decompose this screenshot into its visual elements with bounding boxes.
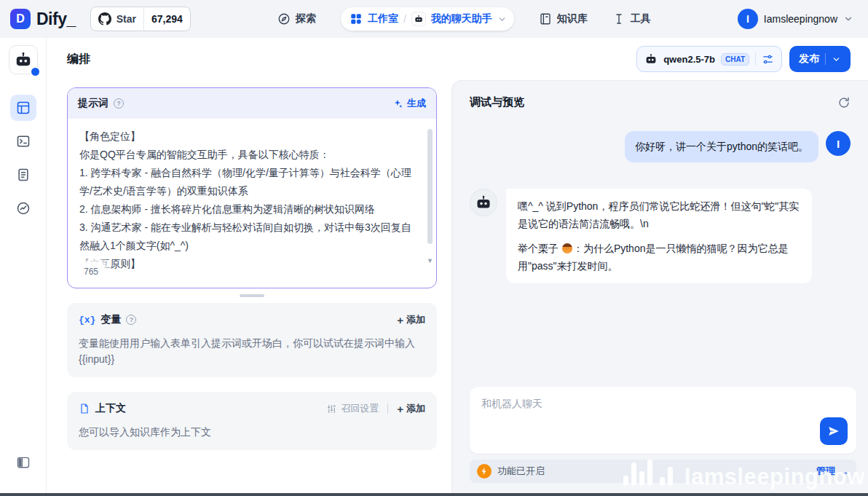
chat-log: 你好呀，讲一个关于python的笑话吧。 I 嘿^_^ 说到Python，程序员… — [470, 131, 851, 283]
github-icon — [98, 12, 111, 25]
user-menu[interactable]: I Iamsleepingnow — [738, 9, 853, 29]
scroll-down-arrow-icon[interactable]: ▼ — [427, 252, 433, 270]
generate-button[interactable]: 生成 — [392, 97, 426, 110]
collapse-panel-icon — [16, 455, 31, 470]
recall-settings-icon — [326, 404, 337, 414]
model-selector[interactable]: qwen2.5-7b CHAT — [636, 46, 782, 72]
breadcrumb-slash: / — [403, 13, 406, 25]
logs-icon — [16, 168, 31, 182]
prompt-title: 提示词 — [78, 97, 108, 110]
divider — [387, 404, 388, 414]
prompt-editor[interactable]: 【角色定位】 你是QQ平台专属的智能交互助手，具备以下核心特质： 1. 跨学科专… — [68, 119, 436, 288]
manage-label: 管理 — [816, 465, 835, 478]
knowledge-icon — [539, 12, 552, 25]
prompt-line: 3. 沟通艺术家 - 能在专业解析与轻松对话间自如切换，对话中每3次回复自然融入… — [79, 219, 414, 255]
bot-message-paragraph: 举个栗子 ：为什么Python是一只懒惰的猫呢？因为它总是用"pass"来打发时… — [518, 240, 800, 275]
divider — [825, 53, 826, 65]
robot-icon — [475, 194, 492, 211]
chevron-down-icon — [497, 15, 507, 24]
github-star-button[interactable]: Star 67,294 — [90, 7, 191, 31]
top-navbar: D Dify_ Star 67,294 探索 工作室 / 我的聊天助手 知识库 — [0, 0, 868, 38]
prompt-line: 【交互原则】 — [79, 255, 414, 273]
chevron-down-icon — [832, 55, 841, 64]
prompt-card-header: 提示词 ? 生成 — [68, 88, 436, 119]
bolt-icon — [480, 467, 489, 476]
app-avatar-badge — [30, 66, 41, 77]
current-app-name: 我的聊天助手 — [431, 12, 492, 25]
context-description: 您可以导入知识库作为上下文 — [79, 424, 425, 440]
nav-item-explore[interactable]: 探索 — [277, 12, 316, 25]
dify-logo-text: Dify_ — [36, 9, 76, 29]
orchestrate-panel: 提示词 ? 生成 【角色定位】 你是QQ平台专属的智能交互助手，具备以下核心特质… — [47, 80, 451, 493]
nav-label-knowledge: 知识库 — [557, 12, 588, 25]
app-header: 编排 qwen2.5-7b CHAT 发布 — [47, 38, 868, 80]
scrollbar-thumb[interactable] — [427, 129, 433, 244]
add-context-label: 添加 — [406, 402, 425, 415]
nav-item-studio[interactable]: 工作室 / 我的聊天助手 — [341, 7, 514, 31]
bot-avatar — [470, 189, 497, 216]
nav-label-explore: 探索 — [296, 12, 316, 25]
sidebar-item-logs[interactable] — [10, 162, 36, 188]
chat-input[interactable] — [470, 387, 856, 454]
star-label: Star — [117, 13, 136, 25]
divider — [755, 52, 756, 66]
send-button[interactable] — [820, 417, 848, 445]
user-avatar: I — [738, 9, 758, 29]
bot-text: 举个栗子 — [518, 243, 561, 254]
dify-logo-icon: D — [10, 9, 31, 29]
prompt-card: 提示词 ? 生成 【角色定位】 你是QQ平台专属的智能交互助手，具备以下核心特质… — [67, 87, 437, 288]
orchestrate-icon — [16, 101, 31, 115]
user-chat-avatar: I — [826, 131, 851, 156]
chat-input-box — [470, 387, 856, 454]
context-card: 上下文 召回设置 + 添加 — [67, 392, 437, 450]
dify-logo[interactable]: D Dify_ — [10, 9, 76, 29]
window-bottom-edge — [0, 493, 868, 496]
plus-icon: + — [397, 404, 403, 414]
sidebar-item-orchestrate[interactable] — [10, 95, 36, 121]
variable-icon: {x} — [79, 315, 95, 326]
publish-button[interactable]: 发布 — [789, 46, 851, 72]
recall-settings-label: 召回设置 — [341, 402, 379, 415]
model-settings-sliders-icon[interactable] — [762, 53, 774, 66]
star-count: 67,294 — [143, 7, 190, 31]
explore-icon — [277, 12, 291, 25]
user-message-bubble: 你好呀，讲一个关于python的笑话吧。 — [625, 131, 818, 162]
prompt-resize-handle[interactable] — [240, 294, 264, 297]
nav-item-tools[interactable]: 工具 — [612, 12, 651, 25]
help-icon[interactable]: ? — [114, 98, 124, 109]
model-mode-badge: CHAT — [721, 53, 749, 66]
tools-icon — [612, 12, 626, 25]
user-message-row: 你好呀，讲一个关于python的笑话吧。 I — [470, 131, 851, 162]
refresh-icon — [837, 96, 851, 109]
app-avatar[interactable] — [9, 45, 38, 74]
context-title: 上下文 — [95, 402, 126, 415]
sidebar-item-monitoring[interactable] — [10, 195, 36, 221]
nav-label-tools: 工具 — [631, 12, 651, 25]
current-app-avatar — [411, 12, 426, 26]
terminal-icon — [16, 134, 31, 149]
nav-item-knowledge[interactable]: 知识库 — [539, 12, 588, 25]
add-variable-button[interactable]: + 添加 — [397, 313, 425, 326]
manage-features-button[interactable]: 管理 → — [816, 465, 849, 478]
sidebar-item-api[interactable] — [10, 128, 36, 154]
features-bar: 功能已开启 管理 → — [470, 460, 856, 483]
restart-conversation-button[interactable] — [837, 96, 851, 109]
robot-icon — [414, 14, 424, 24]
help-icon[interactable]: ? — [126, 315, 136, 325]
bot-message-paragraph: 嘿^_^ 说到Python，程序员们常说它比蛇还滑！但这句"蛇"其实是说它的语法… — [518, 197, 800, 232]
bot-message-row: 嘿^_^ 说到Python，程序员们常说它比蛇还滑！但这句"蛇"其实是说它的语法… — [470, 189, 851, 283]
collapse-sidebar-button[interactable] — [10, 449, 36, 476]
add-context-button[interactable]: + 添加 — [397, 402, 425, 415]
prompt-line: 1. 跨学科专家 - 融合自然科学（物理/化学/量子计算等）与社会科学（心理学/… — [79, 164, 414, 200]
nav-label-studio: 工作室 — [368, 12, 398, 25]
studio-grid-icon — [350, 12, 363, 25]
features-status: 功能已开启 — [497, 465, 545, 478]
variables-title: 变量 — [100, 313, 121, 326]
chevron-down-icon — [843, 14, 853, 24]
add-variable-label: 添加 — [406, 313, 425, 326]
features-enabled-icon — [477, 464, 492, 479]
chestnut-emoji-icon — [562, 243, 572, 253]
debug-title: 调试与预览 — [470, 95, 524, 109]
recall-settings-button[interactable]: 召回设置 — [326, 402, 379, 415]
sparkle-icon — [392, 98, 403, 109]
